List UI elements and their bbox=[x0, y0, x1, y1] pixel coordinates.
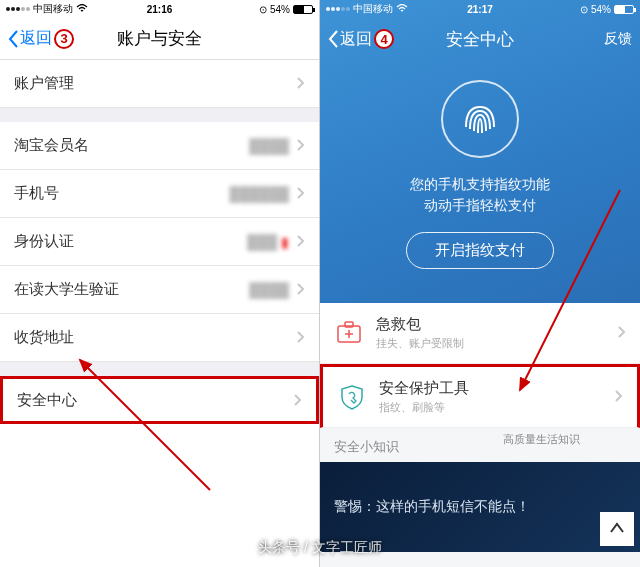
row-security-center[interactable]: 安全中心 bbox=[0, 376, 319, 424]
right-screenshot: 中国移动 21:17 ⊙ 54% 返回 4 安全中心 反馈 bbox=[320, 0, 640, 567]
left-screenshot: 中国移动 21:16 ⊙ 54% 返回 3 账户与安全 账户管理 淘宝会员名 █… bbox=[0, 0, 320, 567]
fingerprint-icon bbox=[441, 80, 519, 158]
chevron-right-icon bbox=[615, 388, 623, 406]
carrier-label: 中国移动 bbox=[33, 2, 73, 16]
battery-icon bbox=[614, 5, 634, 14]
hero-text: 您的手机支持指纹功能 动动手指轻松支付 bbox=[410, 174, 550, 216]
banner-text: 警惕：这样的手机短信不能点！ bbox=[334, 498, 530, 516]
row-phone[interactable]: 手机号 ██████ bbox=[0, 170, 319, 218]
signal-icon bbox=[6, 7, 30, 11]
clock: 21:16 bbox=[147, 4, 173, 15]
card-subtitle: 指纹、刷脸等 bbox=[379, 400, 607, 415]
feedback-button[interactable]: 反馈 bbox=[604, 30, 632, 48]
page-title: 账户与安全 bbox=[117, 27, 202, 50]
row-label: 安全中心 bbox=[17, 391, 77, 410]
status-bar: 中国移动 21:16 ⊙ 54% bbox=[0, 0, 319, 18]
battery-icon bbox=[293, 5, 313, 14]
row-value: ████ bbox=[249, 282, 289, 298]
carrier-label: 中国移动 bbox=[353, 2, 393, 16]
card-emergency-kit[interactable]: 急救包 挂失、账户受限制 bbox=[320, 303, 640, 364]
card-title: 安全保护工具 bbox=[379, 379, 607, 398]
nav-bar: 返回 4 安全中心 反馈 bbox=[320, 18, 640, 60]
row-label: 收货地址 bbox=[14, 328, 74, 347]
hero-line2: 动动手指轻松支付 bbox=[410, 195, 550, 216]
back-label: 返回 bbox=[20, 28, 52, 49]
enable-fingerprint-button[interactable]: 开启指纹支付 bbox=[406, 232, 554, 269]
row-label: 在读大学生验证 bbox=[14, 280, 119, 299]
chevron-right-icon bbox=[297, 329, 305, 346]
wifi-icon bbox=[76, 4, 88, 15]
settings-list: 账户管理 淘宝会员名 ████ 手机号 ██████ 身份认证 ███ ▮ 在读… bbox=[0, 60, 319, 424]
row-label: 手机号 bbox=[14, 184, 59, 203]
card-security-tools[interactable]: 安全保护工具 指纹、刷脸等 bbox=[320, 364, 640, 428]
row-value: ██████ bbox=[229, 186, 289, 202]
row-label: 账户管理 bbox=[14, 74, 74, 93]
row-student[interactable]: 在读大学生验证 ████ bbox=[0, 266, 319, 314]
row-label: 身份认证 bbox=[14, 232, 74, 251]
back-button[interactable]: 返回 4 bbox=[328, 29, 394, 50]
shield-wrench-icon bbox=[337, 382, 367, 412]
hero-line1: 您的手机支持指纹功能 bbox=[410, 174, 550, 195]
battery-label: 54% bbox=[270, 4, 290, 15]
chevron-right-icon bbox=[297, 281, 305, 298]
back-label: 返回 bbox=[340, 29, 372, 50]
clock: 21:17 bbox=[467, 4, 493, 15]
row-member-name[interactable]: 淘宝会员名 ████ bbox=[0, 122, 319, 170]
svg-rect-1 bbox=[345, 322, 353, 327]
wifi-icon bbox=[396, 4, 408, 15]
chevron-right-icon bbox=[297, 137, 305, 154]
status-bar: 中国移动 21:17 ⊙ 54% bbox=[320, 0, 640, 18]
chevron-right-icon bbox=[297, 185, 305, 202]
signal-icon bbox=[326, 7, 350, 11]
watermark: 头条号 / 文字工匠师 bbox=[258, 539, 382, 557]
row-address[interactable]: 收货地址 bbox=[0, 314, 319, 362]
alarm-icon: ⊙ bbox=[259, 4, 267, 15]
card-subtitle: 挂失、账户受限制 bbox=[376, 336, 610, 351]
card-title: 急救包 bbox=[376, 315, 610, 334]
chevron-right-icon bbox=[297, 75, 305, 92]
row-identity[interactable]: 身份认证 ███ ▮ bbox=[0, 218, 319, 266]
tips-note: 高质量生活知识 bbox=[503, 432, 580, 447]
battery-label: 54% bbox=[591, 4, 611, 15]
hero-section: 中国移动 21:17 ⊙ 54% 返回 4 安全中心 反馈 bbox=[320, 0, 640, 303]
row-label: 淘宝会员名 bbox=[14, 136, 89, 155]
nav-bar: 返回 3 账户与安全 bbox=[0, 18, 319, 60]
row-account-mgmt[interactable]: 账户管理 bbox=[0, 60, 319, 108]
row-value: ████ bbox=[249, 138, 289, 154]
row-value: ███ ▮ bbox=[247, 234, 289, 250]
chevron-right-icon bbox=[297, 233, 305, 250]
step-badge-4: 4 bbox=[374, 29, 394, 49]
chevron-right-icon bbox=[618, 324, 626, 342]
first-aid-icon bbox=[334, 318, 364, 348]
scroll-top-button[interactable] bbox=[600, 512, 634, 546]
chevron-right-icon bbox=[294, 392, 302, 409]
page-title: 安全中心 bbox=[446, 28, 514, 51]
step-badge-3: 3 bbox=[54, 29, 74, 49]
alarm-icon: ⊙ bbox=[580, 4, 588, 15]
back-button[interactable]: 返回 3 bbox=[8, 28, 74, 49]
tips-header: 安全小知识 bbox=[320, 428, 640, 462]
